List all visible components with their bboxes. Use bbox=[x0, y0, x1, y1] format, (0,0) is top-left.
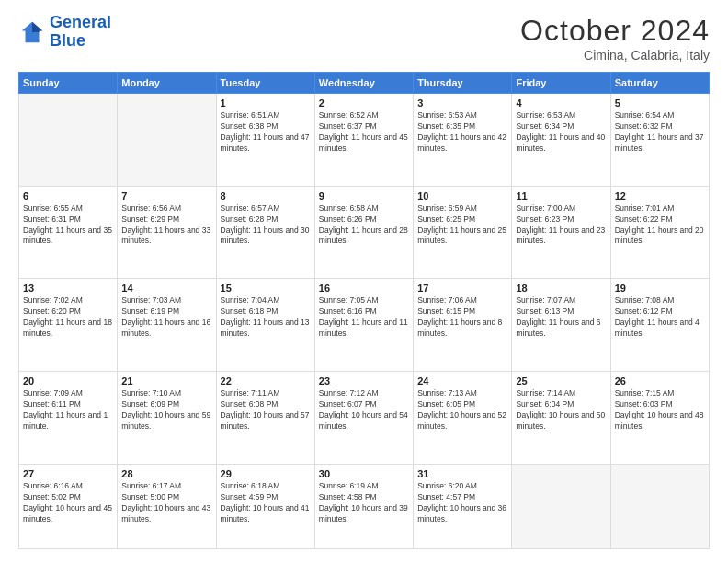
day-info: Sunrise: 6:53 AMSunset: 6:34 PMDaylight:… bbox=[516, 110, 606, 155]
day-info: Sunrise: 7:07 AMSunset: 6:13 PMDaylight:… bbox=[516, 295, 606, 339]
day-info: Sunrise: 6:19 AMSunset: 4:58 PMDaylight:… bbox=[319, 481, 409, 525]
day-number: 29 bbox=[221, 468, 311, 479]
calendar-cell: 30Sunrise: 6:19 AMSunset: 4:58 PMDayligh… bbox=[314, 464, 413, 548]
calendar-cell: 25Sunrise: 7:14 AMSunset: 6:04 PMDayligh… bbox=[512, 372, 610, 465]
calendar-week-1: 1Sunrise: 6:51 AMSunset: 6:38 PMDaylight… bbox=[19, 94, 710, 187]
month-title: October 2024 bbox=[520, 14, 710, 48]
day-number: 24 bbox=[417, 375, 507, 386]
calendar-table: SundayMondayTuesdayWednesdayThursdayFrid… bbox=[18, 72, 710, 549]
logo-icon bbox=[18, 18, 46, 46]
calendar-cell: 10Sunrise: 6:59 AMSunset: 6:25 PMDayligh… bbox=[414, 186, 512, 279]
day-number: 3 bbox=[417, 98, 507, 109]
day-number: 5 bbox=[615, 98, 705, 109]
day-info: Sunrise: 6:52 AMSunset: 6:37 PMDaylight:… bbox=[319, 110, 409, 155]
calendar-cell bbox=[610, 464, 709, 548]
calendar-cell: 9Sunrise: 6:58 AMSunset: 6:26 PMDaylight… bbox=[314, 186, 413, 279]
calendar-cell: 27Sunrise: 6:16 AMSunset: 5:02 PMDayligh… bbox=[19, 464, 118, 548]
day-number: 4 bbox=[516, 98, 606, 109]
day-info: Sunrise: 7:13 AMSunset: 6:05 PMDaylight:… bbox=[417, 388, 507, 432]
svg-marker-1 bbox=[32, 22, 42, 32]
day-number: 28 bbox=[121, 468, 211, 479]
calendar-cell: 7Sunrise: 6:56 AMSunset: 6:29 PMDaylight… bbox=[118, 186, 216, 279]
calendar-cell: 4Sunrise: 6:53 AMSunset: 6:34 PMDaylight… bbox=[512, 94, 610, 187]
logo: General Blue bbox=[18, 14, 111, 51]
day-number: 23 bbox=[319, 375, 409, 386]
calendar-body: 1Sunrise: 6:51 AMSunset: 6:38 PMDaylight… bbox=[19, 94, 710, 549]
title-block: October 2024 Cimina, Calabria, Italy bbox=[520, 14, 710, 63]
day-info: Sunrise: 6:56 AMSunset: 6:29 PMDaylight:… bbox=[121, 203, 211, 247]
day-info: Sunrise: 6:20 AMSunset: 4:57 PMDaylight:… bbox=[417, 481, 507, 525]
day-info: Sunrise: 7:04 AMSunset: 6:18 PMDaylight:… bbox=[221, 295, 311, 339]
calendar-cell: 2Sunrise: 6:52 AMSunset: 6:37 PMDaylight… bbox=[314, 94, 413, 187]
day-number: 31 bbox=[417, 468, 507, 479]
day-number: 18 bbox=[516, 282, 606, 293]
location-subtitle: Cimina, Calabria, Italy bbox=[520, 48, 710, 63]
day-number: 13 bbox=[23, 282, 113, 293]
calendar-cell: 20Sunrise: 7:09 AMSunset: 6:11 PMDayligh… bbox=[19, 372, 118, 465]
calendar-cell: 31Sunrise: 6:20 AMSunset: 4:57 PMDayligh… bbox=[414, 464, 512, 548]
calendar-week-5: 27Sunrise: 6:16 AMSunset: 5:02 PMDayligh… bbox=[19, 464, 710, 548]
day-info: Sunrise: 7:12 AMSunset: 6:07 PMDaylight:… bbox=[319, 388, 409, 432]
day-info: Sunrise: 7:06 AMSunset: 6:15 PMDaylight:… bbox=[417, 295, 507, 339]
calendar-cell: 19Sunrise: 7:08 AMSunset: 6:12 PMDayligh… bbox=[610, 279, 709, 372]
day-number: 26 bbox=[615, 375, 705, 386]
calendar-cell: 26Sunrise: 7:15 AMSunset: 6:03 PMDayligh… bbox=[610, 372, 709, 465]
day-number: 12 bbox=[615, 190, 705, 201]
day-number: 9 bbox=[319, 190, 409, 201]
calendar-week-4: 20Sunrise: 7:09 AMSunset: 6:11 PMDayligh… bbox=[19, 372, 710, 465]
day-info: Sunrise: 7:10 AMSunset: 6:09 PMDaylight:… bbox=[121, 388, 211, 432]
day-info: Sunrise: 6:58 AMSunset: 6:26 PMDaylight:… bbox=[319, 203, 409, 247]
day-info: Sunrise: 6:54 AMSunset: 6:32 PMDaylight:… bbox=[615, 110, 705, 155]
day-number: 10 bbox=[417, 190, 507, 201]
calendar-cell: 3Sunrise: 6:53 AMSunset: 6:35 PMDaylight… bbox=[414, 94, 512, 187]
day-info: Sunrise: 6:16 AMSunset: 5:02 PMDaylight:… bbox=[23, 481, 113, 525]
day-info: Sunrise: 6:17 AMSunset: 5:00 PMDaylight:… bbox=[121, 481, 211, 525]
day-info: Sunrise: 7:15 AMSunset: 6:03 PMDaylight:… bbox=[615, 388, 705, 432]
day-number: 17 bbox=[417, 282, 507, 293]
day-info: Sunrise: 6:51 AMSunset: 6:38 PMDaylight:… bbox=[221, 110, 311, 155]
day-info: Sunrise: 7:05 AMSunset: 6:16 PMDaylight:… bbox=[319, 295, 409, 339]
day-number: 16 bbox=[319, 282, 409, 293]
day-number: 21 bbox=[121, 375, 211, 386]
day-info: Sunrise: 7:08 AMSunset: 6:12 PMDaylight:… bbox=[615, 295, 705, 339]
calendar-cell: 1Sunrise: 6:51 AMSunset: 6:38 PMDaylight… bbox=[216, 94, 314, 187]
weekday-header-thursday: Thursday bbox=[414, 73, 512, 94]
day-number: 30 bbox=[319, 468, 409, 479]
day-number: 8 bbox=[221, 190, 311, 201]
calendar-cell: 29Sunrise: 6:18 AMSunset: 4:59 PMDayligh… bbox=[216, 464, 314, 548]
calendar-cell: 6Sunrise: 6:55 AMSunset: 6:31 PMDaylight… bbox=[19, 186, 118, 279]
calendar-cell: 12Sunrise: 7:01 AMSunset: 6:22 PMDayligh… bbox=[610, 186, 709, 279]
day-info: Sunrise: 6:18 AMSunset: 4:59 PMDaylight:… bbox=[221, 481, 311, 525]
calendar-week-3: 13Sunrise: 7:02 AMSunset: 6:20 PMDayligh… bbox=[19, 279, 710, 372]
day-info: Sunrise: 6:57 AMSunset: 6:28 PMDaylight:… bbox=[221, 203, 311, 247]
day-info: Sunrise: 7:01 AMSunset: 6:22 PMDaylight:… bbox=[615, 203, 705, 247]
day-info: Sunrise: 7:11 AMSunset: 6:08 PMDaylight:… bbox=[221, 388, 311, 432]
day-number: 25 bbox=[516, 375, 606, 386]
day-number: 14 bbox=[121, 282, 211, 293]
weekday-header-monday: Monday bbox=[118, 73, 216, 94]
calendar-cell bbox=[19, 94, 118, 187]
day-info: Sunrise: 7:09 AMSunset: 6:11 PMDaylight:… bbox=[23, 388, 113, 432]
calendar-header-row: SundayMondayTuesdayWednesdayThursdayFrid… bbox=[19, 73, 710, 94]
logo-text: General Blue bbox=[50, 14, 111, 51]
day-number: 2 bbox=[319, 98, 409, 109]
calendar-cell: 22Sunrise: 7:11 AMSunset: 6:08 PMDayligh… bbox=[216, 372, 314, 465]
calendar-cell: 13Sunrise: 7:02 AMSunset: 6:20 PMDayligh… bbox=[19, 279, 118, 372]
calendar-cell: 15Sunrise: 7:04 AMSunset: 6:18 PMDayligh… bbox=[216, 279, 314, 372]
day-number: 19 bbox=[615, 282, 705, 293]
day-number: 7 bbox=[121, 190, 211, 201]
calendar-cell: 17Sunrise: 7:06 AMSunset: 6:15 PMDayligh… bbox=[414, 279, 512, 372]
calendar-cell: 23Sunrise: 7:12 AMSunset: 6:07 PMDayligh… bbox=[314, 372, 413, 465]
day-number: 1 bbox=[221, 98, 311, 109]
day-number: 20 bbox=[23, 375, 113, 386]
day-info: Sunrise: 6:53 AMSunset: 6:35 PMDaylight:… bbox=[417, 110, 507, 155]
day-number: 22 bbox=[221, 375, 311, 386]
day-number: 6 bbox=[23, 190, 113, 201]
day-info: Sunrise: 7:02 AMSunset: 6:20 PMDaylight:… bbox=[23, 295, 113, 339]
calendar-cell: 11Sunrise: 7:00 AMSunset: 6:23 PMDayligh… bbox=[512, 186, 610, 279]
day-info: Sunrise: 6:55 AMSunset: 6:31 PMDaylight:… bbox=[23, 203, 113, 247]
day-info: Sunrise: 6:59 AMSunset: 6:25 PMDaylight:… bbox=[417, 203, 507, 247]
header: General Blue October 2024 Cimina, Calabr… bbox=[18, 14, 710, 63]
weekday-header-sunday: Sunday bbox=[19, 73, 118, 94]
calendar-cell: 8Sunrise: 6:57 AMSunset: 6:28 PMDaylight… bbox=[216, 186, 314, 279]
